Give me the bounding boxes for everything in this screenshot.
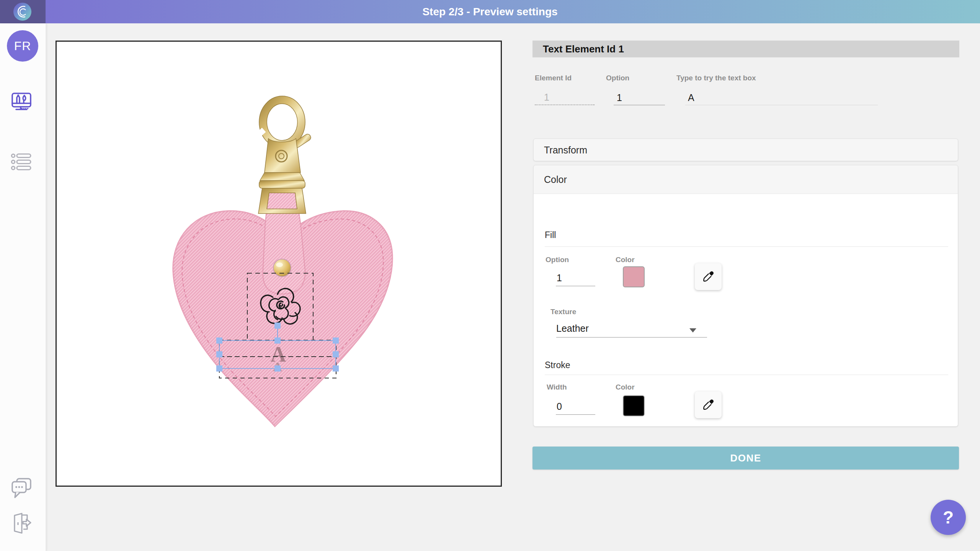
keychain-artwork: A A: [56, 41, 502, 487]
text-box-label: Type to try the text box: [676, 74, 756, 82]
exit-icon: [11, 512, 31, 534]
stroke-color-swatch[interactable]: [623, 395, 645, 416]
help-button[interactable]: ?: [931, 500, 966, 535]
transform-title: Transform: [534, 139, 958, 161]
chat-icon: [11, 478, 32, 499]
list-icon: [11, 153, 32, 171]
eyedropper-icon: [702, 270, 715, 283]
done-button[interactable]: DONE: [532, 447, 959, 469]
top-bar: Step 2/3 - Preview settings: [0, 0, 980, 23]
fill-color-label: Color: [616, 256, 635, 264]
sidebar-item-exit[interactable]: [11, 512, 31, 536]
stroke-divider: [545, 375, 948, 375]
text-preview-input[interactable]: [685, 90, 878, 105]
color-section: Color Fill Option Color Texture Leather …: [533, 165, 958, 427]
texture-value: Leather: [556, 323, 589, 334]
help-question-mark: ?: [943, 507, 954, 528]
logo-c-icon: [13, 3, 31, 21]
page-title: Step 2/3 - Preview settings: [0, 0, 980, 23]
element-panel-title: Text Element Id 1: [532, 41, 959, 57]
element-id-label: Element Id: [535, 74, 572, 82]
rotate-handle[interactable]: [274, 323, 281, 329]
fill-subheading: Fill: [545, 230, 556, 240]
color-title[interactable]: Color: [534, 165, 958, 194]
rivet: [273, 259, 291, 277]
sidebar: FR: [0, 23, 46, 551]
transform-section[interactable]: Transform: [533, 139, 958, 161]
option-label: Option: [606, 74, 629, 82]
stroke-eyedropper-button[interactable]: [695, 391, 722, 418]
fill-option-input[interactable]: [556, 270, 595, 286]
design-studio-icon: [11, 91, 32, 112]
chevron-down-icon: [689, 328, 696, 333]
stroke-width-label: Width: [547, 383, 567, 391]
color-section-body: Fill Option Color Texture Leather Stroke…: [534, 194, 958, 426]
option-input[interactable]: [614, 90, 665, 105]
avatar[interactable]: FR: [7, 30, 38, 62]
stroke-width-input[interactable]: [556, 399, 595, 415]
fill-color-swatch[interactable]: [623, 266, 645, 287]
sidebar-item-list[interactable]: [11, 153, 32, 173]
sidebar-item-chat[interactable]: [11, 478, 32, 501]
app-logo[interactable]: [13, 3, 31, 21]
stroke-subheading: Stroke: [545, 360, 570, 370]
preview-canvas[interactable]: A A: [56, 41, 502, 487]
texture-label: Texture: [550, 308, 576, 316]
element-id-input[interactable]: [535, 90, 595, 105]
texture-dropdown[interactable]: Leather: [556, 321, 707, 337]
eyedropper-icon: [702, 398, 715, 411]
fill-divider: [545, 246, 948, 247]
fill-eyedropper-button[interactable]: [695, 263, 722, 290]
stroke-color-label: Color: [616, 383, 635, 391]
fill-option-label: Option: [546, 256, 569, 264]
sidebar-item-design-studio[interactable]: [11, 91, 32, 114]
